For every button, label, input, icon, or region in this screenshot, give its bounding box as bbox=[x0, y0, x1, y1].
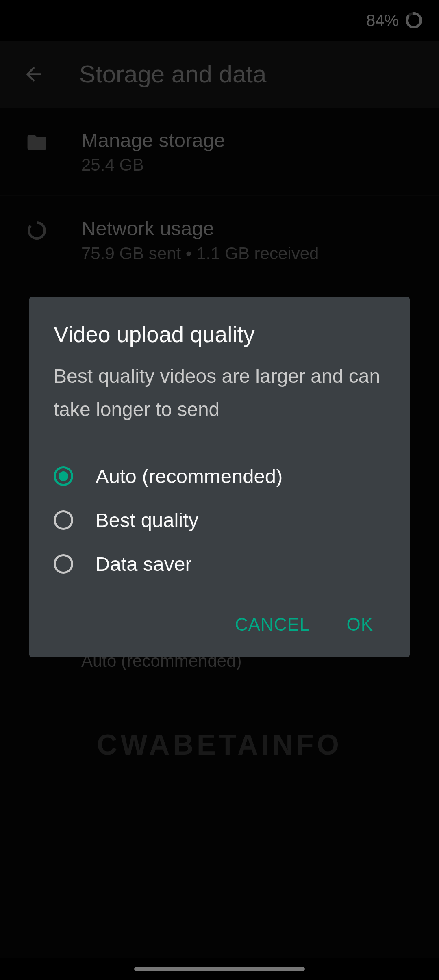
ok-button[interactable]: OK bbox=[342, 608, 377, 641]
nav-gesture-pill[interactable] bbox=[134, 967, 305, 971]
nav-bar bbox=[0, 958, 439, 980]
option-auto-label: Auto (recommended) bbox=[96, 465, 283, 488]
radio-unselected-icon bbox=[54, 554, 73, 574]
dialog-body: Best quality videos are larger and can t… bbox=[54, 360, 385, 426]
option-best-label: Best quality bbox=[96, 509, 198, 531]
option-best[interactable]: Best quality bbox=[54, 498, 385, 542]
radio-selected-icon bbox=[54, 466, 73, 486]
option-auto[interactable]: Auto (recommended) bbox=[54, 454, 385, 498]
option-saver-label: Data saver bbox=[96, 553, 192, 575]
dialog-title: Video upload quality bbox=[54, 321, 385, 347]
video-upload-quality-dialog: Video upload quality Best quality videos… bbox=[29, 297, 410, 657]
radio-unselected-icon bbox=[54, 510, 73, 530]
cancel-button[interactable]: CANCEL bbox=[231, 608, 314, 641]
option-saver[interactable]: Data saver bbox=[54, 542, 385, 586]
